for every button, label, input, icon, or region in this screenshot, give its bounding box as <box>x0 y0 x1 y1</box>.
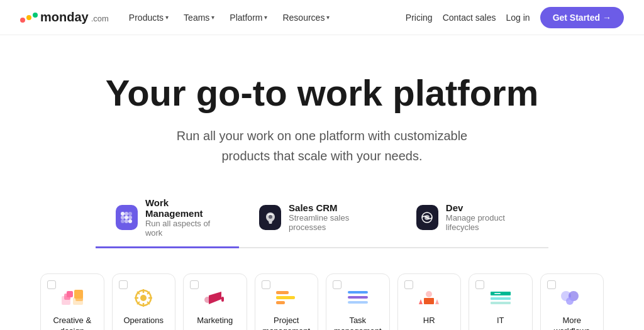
svg-point-4 <box>125 212 128 216</box>
workflow-card-project[interactable]: Projectmanagement <box>255 273 319 330</box>
nav-teams[interactable]: Teams ▾ <box>179 9 219 26</box>
workflow-label: Moreworkflows <box>554 316 590 330</box>
workflow-checkbox[interactable] <box>333 280 341 289</box>
workflow-card-more[interactable]: Moreworkflows <box>540 273 604 330</box>
nav-contact-sales[interactable]: Contact sales <box>443 13 496 23</box>
chevron-down-icon: ▾ <box>165 14 169 21</box>
hero-section: Your go-to work platform Run all your wo… <box>0 35 644 330</box>
nav-resources[interactable]: Resources ▾ <box>277 9 335 26</box>
sales-crm-icon <box>259 205 281 230</box>
logo-com: .com <box>91 14 109 23</box>
workflow-checkbox[interactable] <box>190 280 199 289</box>
workflow-label: IT <box>497 316 504 326</box>
operations-icon <box>132 287 155 309</box>
more-workflows-icon <box>560 287 584 309</box>
nav-left: monday.com Products ▾ Teams ▾ Platform ▾… <box>20 9 335 26</box>
tab-wm-text: Work Management Run all aspects of work <box>145 197 219 238</box>
workflow-checkbox[interactable] <box>475 280 484 289</box>
svg-point-0 <box>20 18 25 23</box>
hr-icon <box>418 287 440 309</box>
tab-work-management[interactable]: Work Management Run all aspects of work <box>96 189 239 248</box>
workflow-card-marketing[interactable]: Marketing <box>183 273 247 330</box>
logo[interactable]: monday.com <box>20 10 109 25</box>
svg-point-7 <box>125 216 128 219</box>
chevron-down-icon: ▾ <box>264 14 267 21</box>
workflow-label: Marketing <box>197 316 233 326</box>
creative-icon <box>60 287 84 309</box>
svg-point-5 <box>128 212 132 216</box>
workflow-label: HR <box>423 316 435 326</box>
tab-sales-crm[interactable]: Sales CRM Streamline sales processes <box>239 189 396 248</box>
workflow-label: Creative &design <box>53 316 91 330</box>
hero-title: Your go-to work platform <box>20 73 624 113</box>
svg-rect-39 <box>348 301 368 304</box>
svg-rect-42 <box>424 298 434 304</box>
workflow-card-task[interactable]: Taskmanagement <box>326 273 390 330</box>
logo-icon <box>20 12 38 23</box>
svg-rect-36 <box>276 301 285 304</box>
nav-pricing[interactable]: Pricing <box>406 13 433 23</box>
svg-point-12 <box>269 215 272 219</box>
workflow-label: Projectmanagement <box>262 316 310 330</box>
svg-marker-41 <box>419 299 423 304</box>
workflow-label: Operations <box>123 316 164 326</box>
dev-icon <box>416 205 438 230</box>
svg-point-6 <box>121 216 125 219</box>
svg-point-51 <box>566 297 574 305</box>
project-icon <box>275 287 297 309</box>
svg-point-2 <box>33 13 38 18</box>
tab-dev[interactable]: Dev Manage product lifecycles <box>396 189 548 248</box>
svg-point-10 <box>125 219 128 223</box>
workflow-label: Taskmanagement <box>334 316 382 330</box>
svg-point-11 <box>128 219 132 223</box>
chevron-down-icon: ▾ <box>326 14 330 21</box>
workflow-checkbox[interactable] <box>547 280 556 289</box>
work-management-icon <box>116 205 138 230</box>
product-tabs: Work Management Run all aspects of work … <box>96 189 548 248</box>
svg-rect-20 <box>74 290 83 299</box>
workflow-checkbox[interactable] <box>47 280 56 289</box>
task-icon <box>347 287 369 309</box>
svg-point-8 <box>128 216 132 219</box>
svg-rect-34 <box>276 291 289 294</box>
workflow-cards: Creative &design Operations <box>20 268 624 330</box>
tab-dev-text: Dev Manage product lifecycles <box>446 202 528 232</box>
svg-rect-17 <box>67 291 73 297</box>
workflow-card-operations[interactable]: Operations <box>112 273 176 330</box>
logo-text: monday <box>40 10 89 25</box>
it-icon <box>489 287 512 309</box>
workflow-checkbox[interactable] <box>119 280 128 289</box>
nav-right: Pricing Contact sales Log in Get Started… <box>406 7 624 28</box>
workflow-card-creative[interactable]: Creative &design <box>40 273 104 330</box>
workflow-card-hr[interactable]: HR <box>397 273 462 330</box>
nav-login[interactable]: Log in <box>506 13 530 23</box>
nav-platform[interactable]: Platform ▾ <box>225 9 272 26</box>
marketing-icon <box>204 287 226 309</box>
svg-point-22 <box>140 295 147 301</box>
svg-point-3 <box>121 212 125 216</box>
svg-point-1 <box>26 15 31 20</box>
workflow-checkbox[interactable] <box>404 280 413 289</box>
svg-rect-48 <box>494 293 501 294</box>
svg-rect-47 <box>491 302 511 304</box>
svg-marker-43 <box>435 299 439 304</box>
svg-point-32 <box>204 297 211 303</box>
svg-rect-33 <box>221 297 224 302</box>
chevron-down-icon: ▾ <box>211 14 214 21</box>
svg-rect-35 <box>276 296 295 299</box>
nav-get-started-button[interactable]: Get Started → <box>540 7 624 28</box>
svg-point-9 <box>121 219 125 223</box>
navbar: monday.com Products ▾ Teams ▾ Platform ▾… <box>0 0 644 35</box>
nav-products[interactable]: Products ▾ <box>124 9 174 26</box>
workflow-card-it[interactable]: IT <box>469 273 533 330</box>
svg-point-44 <box>426 291 432 297</box>
svg-marker-31 <box>209 292 221 304</box>
hero-subtitle: Run all your work on one platform with c… <box>20 126 624 166</box>
tab-crm-text: Sales CRM Streamline sales processes <box>289 202 376 232</box>
workflow-checkbox[interactable] <box>262 280 270 289</box>
svg-rect-46 <box>491 297 511 300</box>
